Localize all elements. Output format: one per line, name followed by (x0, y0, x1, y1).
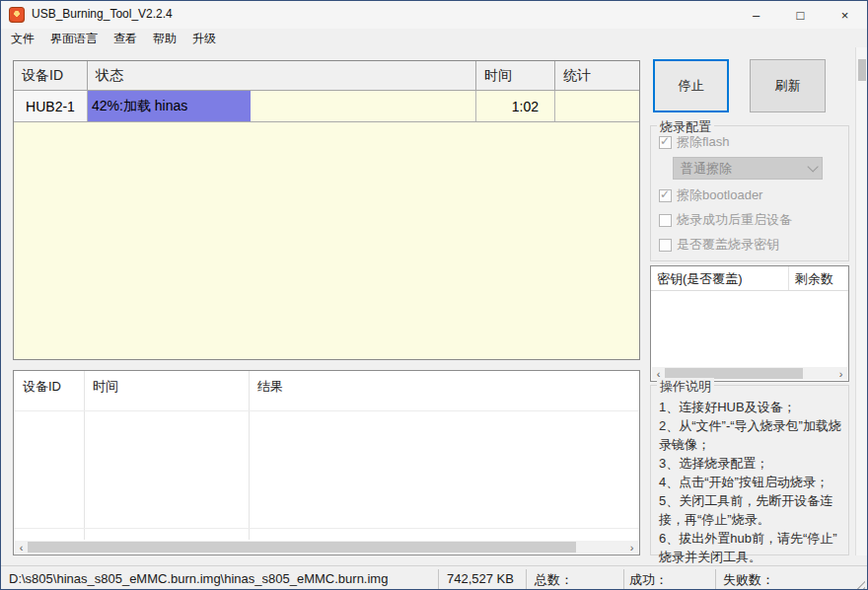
instructions-body: 1、连接好HUB及设备； 2、从“文件”-“导入烧录包”加载烧录镜像； 3、选择… (651, 386, 848, 566)
progress-label: 42%:加载 hinas (88, 98, 187, 115)
status-fail-label: 失败数： (723, 571, 774, 589)
key-table: 密钥(是否覆盖) 剩余数 ‹ › (650, 265, 849, 382)
checkbox-icon (659, 214, 672, 227)
app-window: USB_Burning_Tool_V2.2.4 – □ × 文件 界面语言 查看… (0, 0, 868, 590)
menu-help[interactable]: 帮助 (145, 29, 184, 48)
instruction-line: 5、关闭工具前，先断开设备连接，再“停止”烧录。 (659, 491, 842, 529)
column-header-time: 时间 (476, 61, 555, 90)
device-row[interactable]: HUB2-1 42%:加载 hinas 1:02 (14, 91, 639, 122)
status-file-path: D:\s805\hinas_s805_eMMC.burn.img\hinas_s… (9, 571, 388, 586)
instruction-line: 2、从“文件”-“导入烧录包”加载烧录镜像； (659, 416, 842, 454)
checkbox-icon (659, 136, 672, 149)
status-success-label: 成功： (629, 571, 668, 589)
overwrite-burn-key-checkbox[interactable]: 是否覆盖烧录密钥 (659, 236, 848, 254)
device-table-header: 设备ID 状态 时间 统计 (14, 61, 639, 91)
row-divider (14, 410, 639, 411)
menu-file[interactable]: 文件 (3, 29, 42, 48)
status-file-size: 742,527 KB (447, 571, 514, 586)
erase-mode-value: 普通擦除 (681, 160, 732, 178)
status-total-label: 总数： (535, 571, 573, 589)
column-header-device-id: 设备ID (14, 61, 88, 90)
scrollbar-thumb[interactable] (858, 59, 866, 81)
window-title: USB_Burning_Tool_V2.2.4 (32, 7, 173, 21)
checkbox-icon (659, 239, 672, 252)
instruction-line: 3、选择烧录配置； (659, 454, 842, 473)
status-bar: D:\s805\hinas_s805_eMMC.burn.img\hinas_s… (1, 565, 867, 590)
overwrite-burn-key-label: 是否覆盖烧录密钥 (677, 236, 779, 254)
key-table-header: 密钥(是否覆盖) 剩余数 (651, 266, 848, 291)
scrollbar-thumb[interactable] (28, 542, 576, 553)
status-progress-cell: 42%:加载 hinas (88, 91, 476, 121)
device-id-cell: HUB2-1 (14, 91, 88, 121)
column-header-time: 时间 (84, 371, 249, 402)
status-divider (526, 569, 527, 589)
resize-grip-icon[interactable] (853, 577, 865, 589)
device-table: 设备ID 状态 时间 统计 HUB2-1 42%:加载 hinas 1:02 (13, 60, 640, 360)
erase-bootloader-checkbox[interactable]: 擦除bootloader (659, 186, 848, 204)
stop-button[interactable]: 停止 (653, 59, 729, 112)
column-divider (84, 371, 85, 540)
column-header-result: 结果 (249, 371, 639, 402)
menu-view[interactable]: 查看 (106, 29, 145, 48)
window-controls: – □ × (734, 1, 867, 29)
result-table-header: 设备ID 时间 结果 (14, 371, 639, 402)
result-table: 设备ID 时间 结果 ‹ › (13, 370, 640, 555)
instruction-line: 1、连接好HUB及设备； (659, 398, 842, 416)
menu-bar: 文件 界面语言 查看 帮助 升级 (1, 29, 867, 48)
chevron-down-icon (807, 161, 818, 172)
scroll-right-icon[interactable]: › (625, 541, 638, 553)
progress-bar: 42%:加载 hinas (88, 91, 251, 121)
reboot-after-success-checkbox[interactable]: 烧录成功后重启设备 (659, 211, 848, 229)
column-header-status: 状态 (88, 61, 476, 90)
reboot-after-success-label: 烧录成功后重启设备 (677, 211, 792, 229)
status-divider (438, 569, 439, 589)
maximize-icon[interactable]: □ (778, 1, 823, 29)
menu-language[interactable]: 界面语言 (42, 29, 106, 48)
instructions-group: 操作说明 1、连接好HUB及设备； 2、从“文件”-“导入烧录包”加载烧录镜像；… (650, 385, 849, 555)
minimize-icon[interactable]: – (734, 1, 778, 29)
instruction-line: 4、点击“开始”按钮启动烧录； (659, 473, 842, 491)
column-header-remaining: 剩余数 (789, 266, 848, 290)
erase-mode-select[interactable]: 普通擦除 (673, 157, 823, 180)
column-header-key: 密钥(是否覆盖) (651, 266, 789, 290)
right-panel-scrollbar[interactable] (855, 47, 867, 555)
status-divider (623, 569, 624, 589)
menu-upgrade[interactable]: 升级 (184, 29, 224, 48)
result-table-hscrollbar[interactable]: ‹ › (15, 541, 638, 553)
refresh-button[interactable]: 刷新 (750, 59, 826, 112)
column-divider (249, 371, 250, 540)
scroll-right-icon[interactable]: › (834, 367, 847, 380)
title-bar: USB_Burning_Tool_V2.2.4 – □ × (1, 1, 867, 29)
close-icon[interactable]: × (823, 1, 867, 29)
status-divider (715, 569, 716, 589)
instructions-title: 操作说明 (657, 378, 714, 396)
stats-cell (555, 91, 639, 121)
burn-config-group: 烧录配置 擦除flash 普通擦除 擦除bootloader 烧录成功后重启设备… (650, 125, 849, 261)
app-icon (9, 7, 25, 23)
time-cell: 1:02 (476, 91, 555, 121)
column-header-stats: 统计 (555, 61, 639, 90)
column-header-device-id: 设备ID (14, 371, 84, 402)
erase-bootloader-label: 擦除bootloader (677, 186, 762, 204)
checkbox-icon (659, 189, 672, 202)
scroll-left-icon[interactable]: ‹ (15, 541, 28, 553)
row-divider (14, 528, 639, 529)
instruction-line: 6、拔出外置hub前，请先“停止”烧录并关闭工具。 (659, 529, 842, 566)
